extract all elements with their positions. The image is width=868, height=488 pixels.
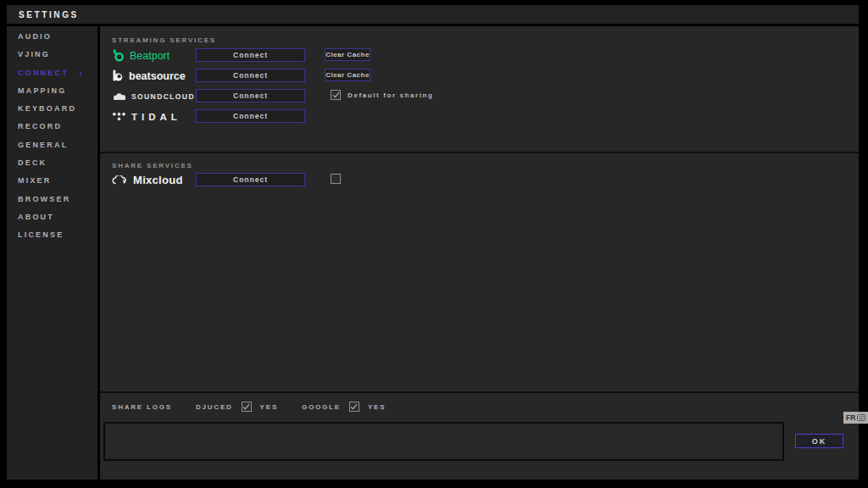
tidal-label: TIDAL	[131, 112, 181, 122]
default-for-sharing-checkbox[interactable]	[331, 90, 341, 100]
sidebar-item-keyboard[interactable]: KEYBOARD	[7, 100, 97, 118]
language-code-label: FR	[846, 413, 855, 422]
settings-window: SETTINGS AUDIO VJING CONNECT › MAPPING K…	[0, 0, 868, 488]
sidebar-item-general[interactable]: GENERAL	[7, 136, 97, 154]
beatport-logo-icon	[112, 49, 125, 62]
checkmark-icon	[242, 403, 250, 410]
sidebar-item-connect-label: CONNECT	[18, 69, 69, 77]
sidebar-item-connect[interactable]: CONNECT ›	[7, 64, 97, 82]
checkmark-icon	[332, 92, 340, 98]
beatsource-clear-cache-button[interactable]: Clear Cache	[325, 69, 370, 81]
djuced-logs-value: YES	[260, 403, 278, 411]
share-logs-label: SHARE LOGS	[112, 403, 172, 411]
sidebar-item-deck[interactable]: DECK	[7, 154, 97, 172]
beatport-connect-button[interactable]: Connect	[196, 48, 305, 62]
beatport-clear-cache-button[interactable]: Clear Cache	[325, 48, 370, 61]
mixcloud-row: Mixcloud Connect	[100, 173, 859, 187]
beatsource-connect-button[interactable]: Connect	[196, 69, 305, 82]
mixcloud-logo-icon	[112, 175, 128, 186]
google-logs-checkbox[interactable]	[349, 402, 359, 412]
streaming-services-heading: STREAMING SERVICES	[112, 36, 216, 44]
soundcloud-logo-icon	[112, 92, 126, 101]
chevron-right-icon: ›	[79, 64, 82, 82]
default-for-sharing-label: Default for sharing	[348, 92, 434, 99]
share-services-heading: SHARE SERVICES	[112, 162, 193, 169]
sidebar-item-about[interactable]: ABOUT	[7, 208, 97, 226]
connect-settings-panel: STREAMING SERVICES Beatport Connect Clea…	[100, 26, 859, 480]
beatsource-logo-icon	[112, 69, 124, 82]
beatsource-label: beatsource	[129, 70, 186, 82]
log-output-area[interactable]	[103, 422, 784, 461]
mixcloud-share-checkbox[interactable]	[331, 174, 341, 184]
mixcloud-label: Mixcloud	[133, 174, 183, 186]
sidebar-item-audio[interactable]: AUDIO	[7, 28, 97, 46]
sidebar-item-mapping[interactable]: MAPPING	[7, 82, 97, 100]
sidebar-item-browser[interactable]: BROWSER	[7, 191, 97, 208]
checkmark-icon	[350, 403, 358, 410]
soundcloud-row: SOUNDCLOUD Connect Default for sharing	[100, 89, 859, 103]
streaming-services-section: STREAMING SERVICES Beatport Connect Clea…	[100, 26, 859, 153]
sidebar-item-vjing[interactable]: VJING	[7, 46, 97, 64]
djuced-logs-label: DJUCED	[196, 403, 233, 411]
sidebar-item-record[interactable]: RECORD	[7, 118, 97, 136]
google-logs-label: GOOGLE	[302, 403, 341, 411]
google-logs-value: YES	[368, 403, 386, 411]
page-title: SETTINGS	[7, 10, 79, 19]
djuced-logs-checkbox[interactable]	[242, 402, 252, 412]
ok-button[interactable]: OK	[795, 434, 843, 448]
sidebar-item-mixer[interactable]: MIXER	[7, 172, 97, 190]
mixcloud-connect-button[interactable]: Connect	[196, 173, 305, 186]
share-services-section: SHARE SERVICES Mixcloud Connect	[100, 155, 859, 393]
tidal-row: TIDAL Connect	[100, 109, 859, 124]
beatport-label: Beatport	[130, 50, 170, 62]
soundcloud-label: SOUNDCLOUD	[131, 92, 195, 101]
beatport-row: Beatport Connect Clear Cache	[100, 48, 859, 63]
tidal-connect-button[interactable]: Connect	[196, 109, 305, 123]
beatsource-row: beatsource Connect Clear Cache	[100, 69, 859, 83]
sidebar-item-license[interactable]: LICENSE	[7, 226, 97, 244]
keyboard-layout-icon	[857, 414, 865, 421]
titlebar: SETTINGS	[7, 5, 859, 24]
share-logs-section: SHARE LOGS DJUCED YES GOOGLE YES	[100, 395, 859, 480]
tidal-logo-icon	[112, 112, 126, 122]
sidebar: AUDIO VJING CONNECT › MAPPING KEYBOARD R…	[7, 26, 97, 480]
language-bar-badge[interactable]: FR	[843, 412, 868, 424]
soundcloud-connect-button[interactable]: Connect	[196, 89, 305, 103]
